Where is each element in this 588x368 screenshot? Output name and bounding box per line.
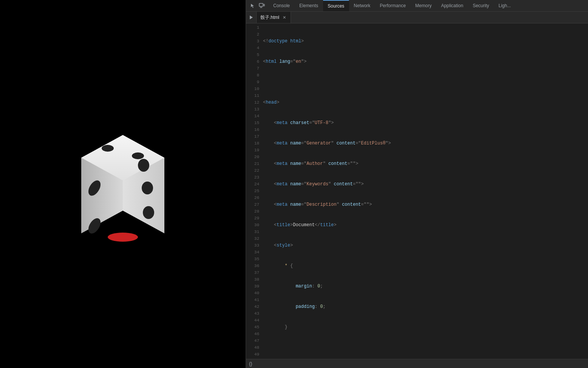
code-line-4: <head>: [263, 99, 588, 106]
code-line-14: padding: 0;: [263, 303, 588, 310]
code-content[interactable]: <!doctype html> <html lang="en"> <head> …: [263, 23, 588, 359]
svg-rect-8: [259, 3, 263, 6]
tab-application[interactable]: Application: [436, 0, 468, 11]
code-line-3: [263, 79, 588, 85]
code-line-7: <meta name="Author" content="">: [263, 160, 588, 167]
svg-point-4: [143, 206, 154, 219]
code-line-8: <meta name="Keywords" content="">: [263, 181, 588, 188]
code-line-10: <title>Document</title>: [263, 222, 588, 228]
bottom-bar: {}: [246, 359, 588, 368]
dice-preview: [57, 118, 189, 250]
svg-point-3: [142, 182, 153, 194]
run-button[interactable]: [246, 12, 257, 23]
file-tab-dice[interactable]: 骰子.html ✕: [257, 12, 291, 23]
svg-point-2: [138, 159, 149, 172]
tab-lighthouse[interactable]: Ligh...: [494, 0, 516, 11]
cursor-icon[interactable]: [249, 2, 257, 9]
tab-sources[interactable]: Sources: [323, 0, 349, 11]
tab-performance[interactable]: Performance: [375, 0, 411, 11]
tab-memory[interactable]: Memory: [411, 0, 436, 11]
dice-svg: [59, 112, 187, 256]
file-tab-close-button[interactable]: ✕: [282, 15, 287, 20]
tab-bar: Console Elements Sources Network Perform…: [246, 0, 588, 12]
code-editor[interactable]: 1 2 3 4 5 6 7 8 9 10 11 12 13 14 15 16 1…: [246, 23, 588, 359]
code-line-11: <style>: [263, 242, 588, 249]
code-line-6: <meta name="Generator" content="EditPlus…: [263, 140, 588, 147]
file-tab-bar: 骰子.html ✕: [246, 12, 588, 23]
tab-network[interactable]: Network: [349, 0, 375, 11]
tab-bar-icons: [246, 2, 269, 9]
file-tab-name: 骰子.html: [260, 14, 279, 21]
preview-area: [0, 0, 246, 368]
code-line-9: <meta name="Description" content="">: [263, 201, 588, 208]
svg-marker-12: [250, 16, 253, 19]
line-numbers: 1 2 3 4 5 6 7 8 9 10 11 12 13 14 15 16 1…: [246, 23, 263, 359]
svg-point-7: [108, 233, 138, 242]
tab-security[interactable]: Security: [468, 0, 494, 11]
devtools-panel: Console Elements Sources Network Perform…: [246, 0, 588, 368]
code-line-15: }: [263, 324, 588, 331]
device-icon[interactable]: [258, 2, 266, 9]
svg-rect-9: [264, 4, 265, 6]
code-line-2: <html lang="en">: [263, 58, 588, 65]
code-line-13: margin: 0;: [263, 283, 588, 290]
svg-point-6: [132, 152, 144, 159]
tab-elements[interactable]: Elements: [295, 0, 323, 11]
code-line-16: [263, 344, 588, 351]
code-line-1: <!doctype html>: [263, 38, 588, 45]
console-icon[interactable]: {}: [249, 361, 252, 366]
code-line-12: * {: [263, 262, 588, 269]
svg-point-5: [102, 145, 114, 152]
tabs: Console Elements Sources Network Perform…: [269, 0, 588, 11]
code-line-5: <meta charset="UTF-8">: [263, 120, 588, 126]
tab-console[interactable]: Console: [269, 0, 295, 11]
